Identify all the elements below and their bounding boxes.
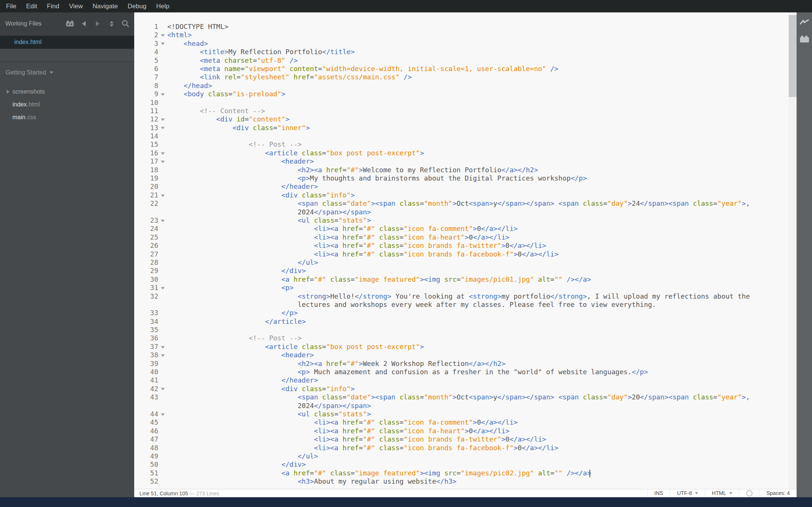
fold-arrow-icon[interactable] [161, 346, 165, 349]
code-text: <li><a href="#" class="icon fa-heart">0<… [167, 427, 509, 435]
code-line[interactable]: 18 <h2><a href="#">Welcome to my Reflect… [134, 166, 789, 174]
code-line[interactable]: 15 <!-- Post --> [134, 140, 789, 149]
previous-file-icon[interactable] [80, 20, 88, 27]
code-line[interactable]: 37 <article class="box post post-excerpt… [134, 343, 789, 351]
code-line[interactable]: 51 <a href="#" class="image featured"><i… [134, 469, 789, 477]
tree-item-screenshots[interactable]: screenshots [0, 85, 134, 98]
binoculars-icon[interactable] [66, 20, 74, 27]
fold-arrow-icon[interactable] [161, 388, 165, 390]
tree-item-index-html[interactable]: index.html [0, 98, 134, 111]
next-file-icon[interactable] [94, 20, 102, 27]
code-line[interactable]: 29 </div> [134, 267, 789, 275]
code-line[interactable]: 21 <div class="info"> [134, 191, 789, 199]
code-text: <body class="is-preload"> [167, 90, 285, 98]
sort-files-icon[interactable] [108, 20, 116, 27]
menu-item-find[interactable]: Find [42, 0, 64, 12]
code-line[interactable]: 49 </ul> [134, 452, 789, 460]
code-line[interactable]: 9 <body class="is-preload"> [134, 90, 789, 98]
fold-arrow-icon[interactable] [161, 413, 165, 416]
code-line[interactable]: 43 <span class="date"><span class="month… [134, 393, 789, 401]
code-line[interactable]: 27 <li><a href="#" class="icon brands fa… [134, 250, 789, 258]
code-line[interactable]: 34 </article> [134, 317, 789, 326]
fold-arrow-icon[interactable] [161, 127, 165, 129]
code-line[interactable]: 46 <li><a href="#" class="icon fa-heart"… [134, 427, 789, 435]
fold-arrow-icon[interactable] [161, 93, 165, 96]
code-line[interactable]: 30 <a href="#" class="image featured"><i… [134, 275, 789, 284]
code-line[interactable]: 5 <meta charset="utf-8" /> [134, 56, 789, 65]
fold-arrow-icon[interactable] [161, 34, 165, 37]
code-line[interactable]: 41 </header> [134, 376, 789, 384]
menu-item-view[interactable]: View [64, 0, 88, 12]
code-line[interactable]: 38 <header> [134, 351, 789, 359]
indent-setting[interactable]: Spaces: 4 [759, 489, 797, 498]
code-line[interactable]: 24 <li><a href="#" class="icon fa-commen… [134, 225, 789, 233]
search-icon[interactable] [121, 20, 130, 27]
code-text: <a href="#" class="image featured"><img … [167, 275, 591, 284]
insert-mode-indicator[interactable]: INS [647, 489, 670, 498]
lint-status[interactable] [739, 489, 759, 498]
code-line[interactable]: 11 <!-- Content --> [134, 107, 789, 115]
code-line[interactable]: 52 <h3>About my regular using website</h… [134, 477, 789, 486]
code-line[interactable]: 12 <div id="content"> [134, 115, 789, 123]
tree-item-main-css[interactable]: main.css [0, 111, 134, 124]
folder-twisty-icon[interactable] [7, 90, 9, 94]
code-line[interactable]: 23 <ul class="stats"> [134, 216, 789, 225]
fold-arrow-icon[interactable] [161, 220, 165, 222]
code-line[interactable]: 16 <article class="box post post-excerpt… [134, 149, 789, 157]
code-line[interactable]: 4 <title>My Reflection Portfolio</title> [134, 48, 789, 56]
code-line[interactable]: lectures and workshops every week after … [134, 301, 789, 309]
code-line[interactable]: 17 <header> [134, 157, 789, 165]
code-line[interactable]: 40 <p> Much amazement and confusion as a… [134, 368, 789, 376]
menu-item-help[interactable]: Help [151, 0, 174, 12]
fold-arrow-icon[interactable] [161, 287, 165, 290]
menu-item-debug[interactable]: Debug [123, 0, 151, 12]
code-line[interactable]: 32 <strong>Hello!</strong> You're lookin… [134, 292, 789, 301]
code-line[interactable]: 44 <ul class="stats"> [134, 410, 789, 418]
code-line[interactable]: 25 <li><a href="#" class="icon fa-heart"… [134, 233, 789, 241]
fold-arrow-icon[interactable] [161, 194, 165, 197]
live-preview-icon[interactable] [799, 17, 810, 27]
menu-item-edit[interactable]: Edit [21, 0, 42, 12]
code-line[interactable]: 42 <div class="info"> [134, 385, 789, 393]
code-line[interactable]: 19 <p>My thoughts and brainstorms about … [134, 174, 789, 182]
code-line[interactable]: 26 <li><a href="#" class="icon brands fa… [134, 241, 789, 250]
code-line[interactable]: 39 <h2><a href="#">Week 2 Workshop Refle… [134, 360, 789, 368]
code-line[interactable]: 20 </header> [134, 182, 789, 191]
fold-arrow-icon[interactable] [161, 118, 165, 121]
code-line[interactable]: 14 [134, 132, 789, 140]
code-line[interactable]: 2024</span></span> [134, 208, 789, 216]
code-editor[interactable]: 1<!DOCTYPE HTML>2<html>3 <head>4 <title>… [134, 12, 789, 489]
code-line[interactable]: 28 </ul> [134, 258, 789, 267]
code-line[interactable]: 31 <p> [134, 284, 789, 292]
code-line[interactable]: 33 </p> [134, 309, 789, 317]
code-line[interactable]: 7 <link rel="stylesheet" href="assets/cs… [134, 73, 789, 81]
code-line[interactable]: 36 <!-- Post --> [134, 334, 789, 342]
code-line[interactable]: 3 <head> [134, 39, 789, 48]
encoding-select[interactable]: UTF-8 [670, 489, 705, 498]
project-dropdown[interactable]: Getting Started [0, 62, 134, 78]
code-line[interactable]: 48 <li><a href="#" class="icon brands fa… [134, 444, 789, 452]
working-file-index-html[interactable]: index.html [0, 36, 134, 49]
code-line[interactable]: 6 <meta name="viewport" content="width=d… [134, 65, 789, 73]
menu-item-file[interactable]: File [1, 0, 21, 12]
language-select[interactable]: HTML [705, 489, 739, 498]
code-line[interactable]: 47 <li><a href="#" class="icon brands fa… [134, 435, 789, 443]
fold-arrow-icon[interactable] [161, 354, 165, 357]
code-line[interactable]: 1<!DOCTYPE HTML> [134, 23, 789, 31]
menu-item-navigate[interactable]: Navigate [88, 0, 123, 12]
code-line[interactable]: 2024</span></span> [134, 402, 789, 410]
code-line[interactable]: 2<html> [134, 31, 789, 39]
code-line[interactable]: 50 </div> [134, 460, 789, 469]
scrollbar-thumb[interactable] [789, 15, 797, 97]
code-line[interactable]: 8 </head> [134, 82, 789, 90]
extension-manager-icon[interactable] [799, 34, 810, 45]
code-line[interactable]: 10 [134, 99, 789, 107]
code-line[interactable]: 22 <span class="date"><span class="month… [134, 199, 789, 208]
fold-arrow-icon[interactable] [161, 161, 165, 163]
vertical-scrollbar[interactable] [789, 12, 797, 489]
fold-arrow-icon[interactable] [161, 152, 165, 155]
code-line[interactable]: 45 <li><a href="#" class="icon fa-commen… [134, 418, 789, 427]
code-line[interactable]: 35 [134, 326, 789, 334]
fold-arrow-icon[interactable] [161, 43, 165, 45]
code-line[interactable]: 13 <div class="inner"> [134, 124, 789, 132]
